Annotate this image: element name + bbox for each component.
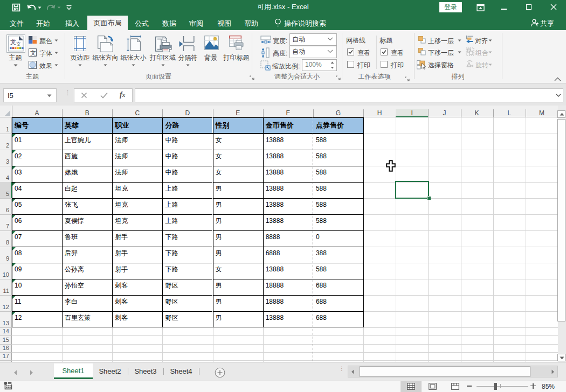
svg-text:文: 文 (30, 50, 36, 56)
svg-text:文: 文 (16, 41, 21, 47)
svg-text:文: 文 (10, 39, 16, 45)
